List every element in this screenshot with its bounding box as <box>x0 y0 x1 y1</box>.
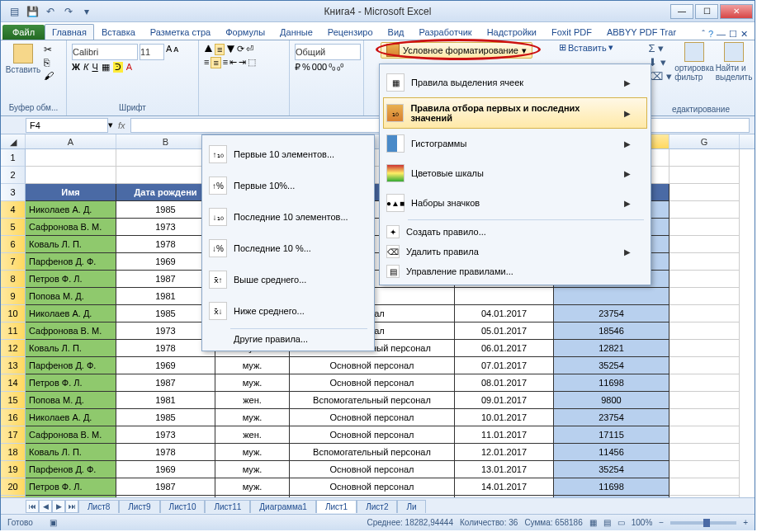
cell-year[interactable]: 1981 <box>116 288 215 305</box>
cell-name[interactable]: Николаев А. Д. <box>26 409 116 426</box>
mdi-close-icon[interactable]: ✕ <box>740 29 748 40</box>
copy-icon[interactable]: ⎘ <box>44 57 54 68</box>
cell-name[interactable]: Николаев А. Д. <box>26 201 116 219</box>
name-box[interactable] <box>26 118 108 133</box>
wrap-icon[interactable]: ⏎ <box>246 44 253 55</box>
cell-dept[interactable]: Основной персонал <box>290 426 455 444</box>
cf-top-bottom-rules[interactable]: ₁₀ Правила отбора первых и последних зна… <box>383 97 647 129</box>
sheet-tab[interactable]: Ли <box>397 500 425 513</box>
other-rules[interactable]: Другие правила... <box>206 331 371 347</box>
cell-year[interactable]: 1978 <box>116 340 215 357</box>
cf-color-scales[interactable]: Цветовые шкалы ▶ <box>383 158 647 188</box>
cell-dept[interactable]: Основной персонал <box>290 357 455 374</box>
align-bot-icon[interactable]: ⯆ <box>226 44 235 55</box>
cell-year[interactable]: 1973 <box>116 426 215 444</box>
close-button[interactable]: ✕ <box>720 4 753 19</box>
align-mid-icon[interactable]: ≡ <box>215 44 225 55</box>
tab-home[interactable]: Главная <box>45 24 94 40</box>
currency-icon[interactable]: ₽ <box>295 62 300 73</box>
row-header[interactable]: 5 <box>1 219 26 236</box>
cell-name[interactable]: Петров Ф. Л. <box>26 271 116 288</box>
row-header[interactable]: 2 <box>1 167 26 184</box>
cell-date[interactable]: 05.01.2017 <box>455 322 554 340</box>
cell-year[interactable]: 1985 <box>116 305 215 322</box>
row-header[interactable]: 1 <box>1 149 26 167</box>
cell-name[interactable]: Парфенов Д. Ф. <box>26 253 116 271</box>
cell-name[interactable]: Попова М. Д. <box>26 392 116 409</box>
cell-date[interactable]: 09.01.2017 <box>455 392 554 409</box>
view-normal-icon[interactable]: ▦ <box>589 518 597 527</box>
cell-dept[interactable]: Вспомогательный персонал <box>290 496 455 497</box>
cell-year[interactable]: 1973 <box>116 322 215 340</box>
sheet-nav-next[interactable]: ▶ <box>52 500 65 513</box>
mdi-restore-icon[interactable]: ☐ <box>729 29 737 40</box>
minimize-ribbon-icon[interactable]: ˆ <box>702 29 705 40</box>
cell-date[interactable]: 11.01.2017 <box>455 426 554 444</box>
zoom-level[interactable]: 100% <box>632 518 653 527</box>
cf-clear-rules[interactable]: ⌫ Удалить правила ▶ <box>383 242 647 261</box>
row-header[interactable]: 9 <box>1 288 26 305</box>
cell-year[interactable]: 1978 <box>116 444 215 461</box>
cell-name[interactable]: Сафронова В. М. <box>26 426 116 444</box>
cell-date[interactable]: 14.01.2017 <box>455 478 554 496</box>
cell-year[interactable]: 1987 <box>116 374 215 392</box>
row-header[interactable]: 18 <box>1 444 26 461</box>
cell-name[interactable]: Коваль Л. П. <box>26 340 116 357</box>
col-header-b[interactable]: B <box>116 134 215 148</box>
cell-amount[interactable]: 35254 <box>554 461 669 478</box>
indent-inc-icon[interactable]: ⇥ <box>239 57 246 68</box>
indent-dec-icon[interactable]: ⇤ <box>229 57 237 68</box>
cell-name[interactable]: Коваль Л. П. <box>26 236 116 253</box>
cell-date[interactable]: 10.01.2017 <box>455 409 554 426</box>
cell-gender[interactable]: муж. <box>215 478 290 496</box>
cell-amount[interactable]: 11698 <box>554 478 669 496</box>
tab-formulas[interactable]: Формулы <box>218 24 272 40</box>
cell-gender[interactable]: муж. <box>215 357 290 374</box>
cell-name[interactable]: Парфенов Д. Ф. <box>26 461 116 478</box>
formatpainter-icon[interactable]: 🖌 <box>44 70 54 82</box>
cell-gender[interactable]: муж. <box>215 374 290 392</box>
cell-amount[interactable]: 35254 <box>554 357 669 374</box>
number-format-input[interactable] <box>295 44 361 60</box>
cell-amount[interactable]: 9800 <box>554 392 669 409</box>
sheet-tab[interactable]: Лист1 <box>316 500 357 513</box>
cell-gender[interactable]: жен. <box>215 392 290 409</box>
cell-year[interactable]: 1978 <box>116 236 215 253</box>
header-name[interactable]: Имя <box>26 184 116 201</box>
cf-new-rule[interactable]: ✦ Создать правило... <box>383 222 647 242</box>
cell-dept[interactable]: Основной персонал <box>290 409 455 426</box>
cell-dept[interactable]: Основной персонал <box>290 478 455 496</box>
cell-amount[interactable]: 11456 <box>554 444 669 461</box>
cell-date[interactable]: 15.01.2017 <box>455 496 554 497</box>
cell-year[interactable]: 1987 <box>116 271 215 288</box>
maximize-button[interactable]: ☐ <box>695 4 718 19</box>
cell-date[interactable]: 12.01.2017 <box>455 444 554 461</box>
below-average[interactable]: x̄↓ Ниже среднего... <box>206 295 371 327</box>
sheet-tab[interactable]: Лист8 <box>78 500 119 513</box>
cell-name[interactable]: Николаев А. Д. <box>26 305 116 322</box>
cell-dept[interactable]: Вспомогательный персонал <box>290 444 455 461</box>
sheet-tab[interactable]: Лист9 <box>119 500 159 513</box>
row-header[interactable]: 7 <box>1 253 26 271</box>
row-header[interactable]: 19 <box>1 461 26 478</box>
col-header-g[interactable]: G <box>669 134 740 148</box>
grow-font-icon[interactable]: A <box>166 44 172 60</box>
conditional-formatting-button[interactable]: Условное форматирование ▾ <box>381 42 532 59</box>
row-header[interactable]: 16 <box>1 409 26 426</box>
border-icon[interactable]: ▦ <box>102 62 110 73</box>
bottom-10-percent[interactable]: ↓% Последние 10 %... <box>206 233 371 264</box>
file-tab[interactable]: Файл <box>2 25 45 40</box>
cell-year[interactable]: 1969 <box>116 357 215 374</box>
row-header[interactable]: 13 <box>1 357 26 374</box>
row-header[interactable]: 11 <box>1 322 26 340</box>
tab-abbyy[interactable]: ABBYY PDF Trar <box>599 24 684 40</box>
row-header[interactable]: 12 <box>1 340 26 357</box>
cell-amount[interactable]: 18546 <box>554 322 669 340</box>
cell-gender[interactable]: жен. <box>215 496 290 497</box>
inc-dec-icon[interactable]: ⁰₀ <box>329 62 335 73</box>
cell-year[interactable]: 1985 <box>116 201 215 219</box>
cell-gender[interactable]: жен. <box>215 426 290 444</box>
cell-amount[interactable]: 9800 <box>554 496 669 497</box>
tab-developer[interactable]: Разработчик <box>411 24 479 40</box>
zoom-slider[interactable] <box>670 521 736 525</box>
